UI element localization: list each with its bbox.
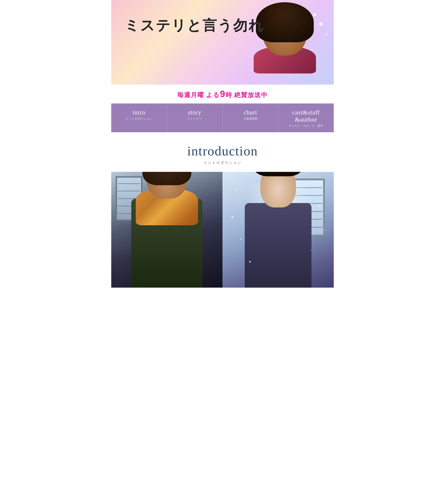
tab-story-main: story: [169, 109, 220, 116]
image-cell-left: [111, 172, 222, 288]
tab-cast-sub: キャスト・スタッフ・原作: [281, 124, 331, 128]
tab-chart-main: chart: [225, 109, 276, 116]
intro-subtitle: イントロダクション: [116, 161, 329, 165]
hero-title: ミステリと言う勿れ: [125, 18, 264, 33]
person-right-hair: [251, 172, 305, 176]
tab-chart-sub: 人物相関図: [225, 117, 276, 121]
tab-cast-main: cast&staff&author: [281, 109, 331, 123]
person-left-hair: [142, 172, 191, 185]
tab-cast[interactable]: cast&staff&author キャスト・スタッフ・原作: [278, 104, 334, 132]
hero-banner: ミステリと言う勿れ: [111, 0, 334, 85]
window-bar: [118, 183, 140, 184]
snow-dot: [236, 190, 237, 191]
tab-intro-main: intro: [114, 109, 164, 116]
intro-section: introduction イントロダクション: [111, 132, 334, 288]
char-hair: [256, 2, 314, 42]
hero-character: [245, 2, 325, 85]
announcement-bar: 毎週月曜 よる9時 絶賛放送中: [111, 85, 334, 104]
announcement-text: 毎週月曜 よる9時 絶賛放送中: [177, 91, 268, 98]
announcement-prefix: 毎週月曜 よる: [177, 91, 220, 98]
tab-chart[interactable]: chart 人物相関図: [223, 104, 278, 132]
intro-header: introduction イントロダクション: [111, 132, 334, 172]
nav-tabs: intro イントロダクション story ストーリー chart 人物相関図 …: [111, 104, 334, 132]
announcement-number: 9: [220, 89, 225, 99]
tab-story-sub: ストーリー: [169, 117, 220, 121]
sparkle-decoration-4: [326, 33, 327, 35]
announcement-suffix: 時 絶賛放送中: [226, 91, 268, 98]
snow-dot: [240, 239, 241, 240]
snow-dot: [231, 216, 233, 218]
window-bar: [118, 191, 140, 191]
tab-story[interactable]: story ストーリー: [167, 104, 222, 132]
image-cell-right: [222, 172, 334, 288]
tab-intro[interactable]: intro イントロダクション: [111, 104, 167, 132]
tab-intro-sub: イントロダクション: [114, 117, 164, 121]
image-grid: [111, 172, 334, 288]
intro-title: introduction: [116, 143, 329, 159]
person-right-head: [260, 172, 296, 207]
